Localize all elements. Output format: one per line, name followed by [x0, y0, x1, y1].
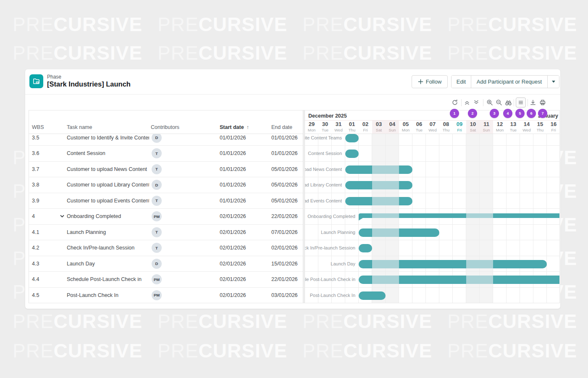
- table-row[interactable]: 3.6Content SessionT01/01/202601/01/2026: [29, 146, 303, 162]
- zoom-in-icon[interactable]: [485, 98, 494, 107]
- gantt-task-bar[interactable]: [359, 228, 439, 237]
- gantt-row: Customer to Identify & Invite Content Te…: [305, 134, 559, 146]
- end-date-cell: 01/01/2026: [271, 150, 298, 156]
- contributor-badge: D: [152, 259, 162, 269]
- day-name: Sat: [372, 128, 386, 132]
- table-row[interactable]: 3.7Customer to upload News ContentT01/01…: [29, 162, 303, 178]
- day-header-cell: 02Fri: [359, 121, 372, 134]
- gantt-task-bar[interactable]: [345, 134, 359, 142]
- table-row[interactable]: 4.1Launch PlanningT02/01/202607/01/2026: [29, 225, 303, 241]
- gantt-task-label: Customer to upload News Content: [305, 167, 342, 172]
- expand-chevron-icon[interactable]: [59, 213, 65, 219]
- gantt-task-bar[interactable]: [345, 150, 359, 158]
- day-header-cell: 03Sat: [372, 121, 386, 134]
- watermark-text: PRECURSIVE: [447, 15, 577, 34]
- watermark-text: PRECURSIVE: [447, 43, 577, 63]
- day-number: 08: [439, 121, 453, 127]
- collapse-all-icon[interactable]: [462, 98, 472, 107]
- day-header-cell: 30Tue: [318, 121, 332, 134]
- day-number: 06: [412, 121, 426, 127]
- edit-button[interactable]: Edit: [452, 76, 471, 88]
- weekend-bar-segment: [372, 197, 399, 205]
- refresh-icon[interactable]: [450, 98, 459, 107]
- gantt-body-pane: Customer to Identify & Invite Content Te…: [305, 134, 559, 303]
- day-header-cell: 06Tue: [412, 121, 426, 134]
- gantt-task-bar[interactable]: [359, 244, 372, 252]
- gantt-task-bar[interactable]: [359, 276, 559, 284]
- table-row[interactable]: 4.5Post-Launch Check InPM02/01/202603/01…: [29, 288, 303, 304]
- column-header-contributors[interactable]: Contributors: [151, 124, 179, 130]
- gantt-row: Content Session: [305, 146, 559, 162]
- gantt-task-label: Onboarding Completed: [307, 214, 355, 219]
- watermark-text: PRECURSIVE: [447, 312, 577, 331]
- day-name: Wed: [426, 128, 439, 132]
- day-name: Fri: [453, 128, 466, 132]
- gantt-parent-bar[interactable]: [359, 213, 559, 218]
- start-date-cell: 02/01/2026: [220, 276, 246, 282]
- end-date-cell: 15/01/2026: [271, 261, 298, 267]
- pane-splitter[interactable]: [303, 134, 305, 303]
- weekend-bar-segment: [372, 181, 399, 189]
- column-header-task[interactable]: Task name: [67, 124, 92, 130]
- wbs-cell: 4.2: [32, 245, 39, 251]
- table-row[interactable]: 4.2Check In/Pre-launch SessionT02/01/202…: [29, 240, 303, 256]
- table-row[interactable]: 4.3Launch DayD02/01/202615/01/2026: [29, 256, 303, 272]
- print-icon[interactable]: [538, 98, 547, 107]
- expand-all-icon[interactable]: [472, 98, 481, 107]
- contributor-badge: PM: [152, 211, 162, 221]
- day-header-cell: 07Wed: [426, 121, 439, 134]
- task-name-cell: Customer to upload Library Content: [67, 182, 149, 188]
- day-header-cell: 04Sun: [386, 121, 399, 134]
- zoom-out-icon[interactable]: [494, 98, 504, 107]
- watermark-text: PRECURSIVE: [13, 43, 142, 63]
- gantt-task-label: Schedule Post-Launch Check in: [305, 277, 355, 282]
- gantt-task-bar[interactable]: [359, 291, 386, 300]
- annotation-badge: 2: [468, 109, 477, 118]
- wbs-cell: 3.5: [32, 135, 39, 141]
- toolbar-separator: [528, 99, 528, 106]
- follow-button-label: Follow: [426, 79, 442, 85]
- download-icon[interactable]: [528, 98, 538, 107]
- pane-splitter[interactable]: [303, 110, 305, 134]
- weekend-bar-segment: [372, 276, 399, 284]
- start-date-cell: 01/01/2026: [220, 182, 246, 188]
- day-header-cell: 29Mon: [305, 121, 318, 134]
- column-header-end-date[interactable]: End date: [271, 124, 292, 130]
- find-icon[interactable]: [504, 98, 513, 107]
- end-date-cell: 07/01/2026: [271, 229, 298, 235]
- day-number: 29: [305, 121, 318, 127]
- gantt-task-bar[interactable]: [345, 181, 412, 189]
- more-actions-button[interactable]: [547, 76, 559, 88]
- row-height-icon[interactable]: [516, 97, 526, 108]
- gantt-task-bar[interactable]: [359, 260, 547, 268]
- parent-bar-tail: [359, 218, 363, 220]
- table-row[interactable]: 3.8Customer to upload Library ContentD01…: [29, 177, 303, 193]
- column-header-wbs[interactable]: WBS: [32, 124, 44, 130]
- watermark-text: PRECURSIVE: [158, 312, 287, 331]
- task-name-cell: Content Session: [67, 150, 149, 156]
- follow-button[interactable]: Follow: [412, 75, 448, 88]
- gantt-task-bar[interactable]: [345, 197, 412, 205]
- gantt-task-label-wrap: Schedule Post-Launch Check in: [305, 272, 355, 287]
- table-row[interactable]: 3.9Customer to upload Events ContentT01/…: [29, 193, 303, 209]
- day-name: Thu: [345, 128, 359, 132]
- day-name: Mon: [493, 128, 507, 132]
- table-row[interactable]: 3.5Customer to Identify & Invite Content…: [29, 134, 303, 146]
- grid-body: 3.5Customer to Identify & Invite Content…: [29, 134, 559, 303]
- day-name: Tue: [507, 128, 520, 132]
- add-participant-button[interactable]: Add Participant or Request: [471, 76, 547, 88]
- table-row[interactable]: 4.4Schedule Post-Launch Check inPM02/01/…: [29, 272, 303, 288]
- gantt-task-bar[interactable]: [345, 165, 412, 174]
- annotation-badge: 6: [527, 109, 536, 118]
- table-rows: 3.5Customer to Identify & Invite Content…: [29, 134, 303, 303]
- table-row[interactable]: 4Onboarding CompletedPM02/01/202622/01/2…: [29, 209, 303, 225]
- watermark-text: PRECURSIVE: [158, 43, 287, 63]
- start-date-cell: 01/01/2026: [220, 198, 246, 204]
- wbs-cell: 4.4: [32, 276, 39, 282]
- day-name: Fri: [359, 128, 372, 132]
- column-header-start-date[interactable]: Start date↑: [220, 124, 249, 130]
- day-header-cell: 15Thu: [533, 121, 547, 134]
- weekend-bar-segment: [372, 213, 399, 218]
- contributor-badge: D: [152, 180, 162, 190]
- day-number: 11: [480, 121, 493, 127]
